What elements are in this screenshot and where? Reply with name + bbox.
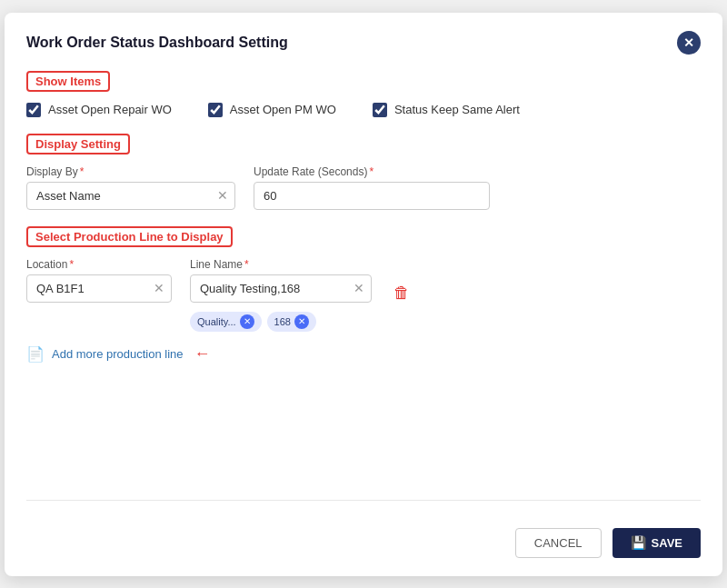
save-button[interactable]: 💾 SAVE: [612, 528, 701, 558]
location-group: Location * ✕: [26, 258, 172, 303]
save-label: SAVE: [652, 536, 682, 550]
update-rate-input-wrapper: [254, 182, 490, 210]
location-required: *: [69, 258, 74, 271]
display-by-required: *: [80, 165, 85, 178]
production-line-label: Select Production Line to Display: [26, 226, 233, 247]
modal-container: Work Order Status Dashboard Setting ✕ Sh…: [5, 13, 722, 576]
checkbox-asset-open-pm[interactable]: Asset Open PM WO: [208, 103, 336, 117]
display-by-label: Display By *: [26, 165, 235, 178]
checkbox-status-keep-same[interactable]: Status Keep Same Alert: [373, 103, 520, 117]
checkbox-asset-open-repair-label: Asset Open Repair WO: [48, 103, 172, 116]
display-by-clear-button[interactable]: ✕: [217, 188, 228, 203]
display-setting-section: Display Setting Display By * ✕ Update Ra…: [26, 134, 701, 226]
checkbox-asset-open-repair-input[interactable]: [26, 103, 41, 117]
modal-title: Work Order Status Dashboard Setting: [26, 35, 288, 51]
update-rate-label: Update Rate (Seconds) *: [254, 165, 490, 178]
add-more-label: Add more production line: [52, 347, 184, 361]
cancel-button[interactable]: CANCEL: [515, 528, 602, 558]
location-clear-button[interactable]: ✕: [154, 281, 164, 295]
tag-quality-label: Quality...: [197, 316, 236, 327]
line-name-clear-button[interactable]: ✕: [354, 281, 364, 295]
display-by-group: Display By * ✕: [26, 165, 235, 210]
update-rate-required: *: [369, 165, 373, 178]
display-setting-label: Display Setting: [26, 134, 130, 154]
display-by-input-wrapper: ✕: [26, 182, 235, 210]
tag-168: 168 ✕: [267, 312, 316, 332]
close-button[interactable]: ✕: [677, 31, 701, 55]
tag-168-label: 168: [274, 316, 291, 327]
line-name-input[interactable]: [190, 274, 372, 303]
modal-header: Work Order Status Dashboard Setting ✕: [26, 31, 701, 55]
line-name-group: Line Name * ✕ Quality... ✕ 168 ✕: [190, 258, 372, 332]
checkbox-asset-open-pm-input[interactable]: [208, 103, 223, 117]
tag-quality-close[interactable]: ✕: [240, 314, 254, 329]
update-rate-group: Update Rate (Seconds) *: [254, 165, 490, 210]
modal-footer: CANCEL 💾 SAVE: [26, 500, 701, 558]
display-by-input[interactable]: [26, 182, 235, 210]
tag-168-close[interactable]: ✕: [294, 314, 309, 329]
checkbox-asset-open-pm-label: Asset Open PM WO: [230, 103, 336, 116]
delete-production-line-button[interactable]: 🗑: [390, 280, 413, 306]
add-more-production-line-button[interactable]: 📄 Add more production line ←: [26, 344, 211, 364]
location-label: Location *: [26, 258, 172, 271]
production-line-section: Select Production Line to Display Locati…: [26, 226, 701, 364]
add-icon: 📄: [26, 345, 45, 363]
arrow-right-icon: ←: [194, 344, 211, 364]
save-icon: 💾: [631, 535, 646, 550]
tag-quality: Quality... ✕: [190, 312, 262, 332]
tags-row: Quality... ✕ 168 ✕: [190, 312, 372, 332]
line-name-input-wrapper: ✕: [190, 274, 372, 303]
display-setting-form-row: Display By * ✕ Update Rate (Seconds) *: [26, 165, 701, 210]
checkbox-asset-open-repair[interactable]: Asset Open Repair WO: [26, 103, 172, 117]
show-items-section: Show Items Asset Open Repair WO Asset Op…: [26, 71, 701, 134]
line-name-required: *: [244, 258, 249, 271]
checkbox-row: Asset Open Repair WO Asset Open PM WO St…: [26, 103, 701, 117]
update-rate-input[interactable]: [254, 182, 490, 210]
checkbox-status-keep-same-label: Status Keep Same Alert: [394, 103, 520, 116]
production-line-row: Location * ✕ Line Name * ✕: [26, 258, 701, 332]
show-items-label: Show Items: [26, 71, 110, 92]
location-input-wrapper: ✕: [26, 274, 172, 303]
location-input[interactable]: [26, 274, 172, 303]
checkbox-status-keep-same-input[interactable]: [373, 103, 387, 117]
line-name-label: Line Name *: [190, 258, 372, 271]
trash-icon: 🗑: [393, 284, 410, 302]
